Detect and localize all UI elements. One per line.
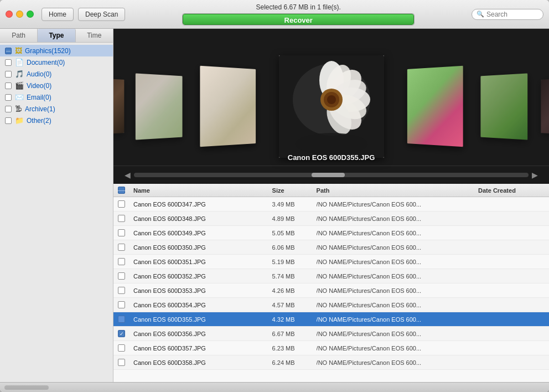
file-name: Canon EOS 600D357.JPG <box>133 345 272 352</box>
table-row[interactable]: Canon EOS 600D356.JPG 6.67 MB /NO NAME/P… <box>113 327 549 341</box>
tab-time[interactable]: Time <box>76 29 113 42</box>
file-path: /NO NAME/Pictures/Canon EOS 600... <box>317 287 478 294</box>
file-checkbox[interactable] <box>118 330 125 337</box>
file-checkbox[interactable] <box>118 359 125 366</box>
file-path: /NO NAME/Pictures/Canon EOS 600... <box>317 230 478 236</box>
file-checkbox[interactable] <box>118 258 125 265</box>
table-row[interactable]: Canon EOS 600D352.JPG 5.74 MB /NO NAME/P… <box>113 269 549 283</box>
bottom-scrollbar[interactable] <box>4 385 49 390</box>
file-checkbox[interactable] <box>118 215 125 222</box>
checkbox-archive[interactable] <box>5 106 12 112</box>
table-row[interactable]: Canon EOS 600D357.JPG 6.23 MB /NO NAME/P… <box>113 341 549 355</box>
carousel-item-far-left[interactable] <box>113 78 124 135</box>
sidebar-label-audio: Audio(0) <box>27 70 51 78</box>
audio-icon: 🎵 <box>15 70 24 78</box>
table-row[interactable]: Canon EOS 600D350.JPG 6.06 MB /NO NAME/P… <box>113 240 549 255</box>
maximize-button[interactable] <box>27 11 34 18</box>
file-path: /NO NAME/Pictures/Canon EOS 600... <box>317 345 478 352</box>
svg-point-13 <box>296 133 367 155</box>
checkbox-audio[interactable] <box>5 71 12 78</box>
sidebar-item-archive[interactable]: 🗜 Archive(1) <box>0 103 113 115</box>
carousel-item-right2[interactable] <box>480 73 527 140</box>
home-button[interactable]: Home <box>42 8 74 21</box>
carousel-item-center[interactable] <box>279 55 384 158</box>
table-row[interactable]: Canon EOS 600D348.JPG 4.89 MB /NO NAME/P… <box>113 212 549 226</box>
recover-button-wrap: Recover <box>182 13 415 25</box>
close-button[interactable] <box>6 11 13 18</box>
minimize-button[interactable] <box>16 11 23 18</box>
table-row[interactable]: Canon EOS 600D354.JPG 4.57 MB /NO NAME/P… <box>113 298 549 312</box>
file-size: 6.23 MB <box>272 345 317 352</box>
file-size: 3.49 MB <box>272 201 317 208</box>
sidebar-list: 🖼 Graphics(1520) 📄 Document(0) 🎵 Audio(0… <box>0 43 113 382</box>
file-checkbox[interactable] <box>118 301 125 308</box>
sidebar-item-audio[interactable]: 🎵 Audio(0) <box>0 68 113 80</box>
sidebar-label-video: Video(0) <box>27 82 51 90</box>
file-checkbox[interactable] <box>118 344 125 352</box>
table-row[interactable]: Canon EOS 600D358.JPG 6.24 MB /NO NAME/P… <box>113 355 549 370</box>
scroll-thumb[interactable] <box>312 173 345 177</box>
preview-filename: Canon EOS 600D355.JPG <box>288 153 375 162</box>
file-name: Canon EOS 600D353.JPG <box>133 287 272 294</box>
preview-area: Canon EOS 600D355.JPG ◀ ▶ <box>113 29 549 184</box>
sidebar-label-document: Document(0) <box>27 59 65 66</box>
file-path: /NO NAME/Pictures/Canon EOS 600... <box>317 259 478 265</box>
file-checkbox[interactable] <box>118 200 125 208</box>
sidebar-label-email: Email(0) <box>27 94 51 101</box>
file-checkbox[interactable] <box>118 316 125 323</box>
status-text: Selected 6.67 MB in 1 file(s). <box>256 3 340 11</box>
scroll-track[interactable] <box>134 173 529 177</box>
file-size: 6.67 MB <box>272 331 317 337</box>
file-list-body[interactable]: Canon EOS 600D347.JPG 3.49 MB /NO NAME/P… <box>113 197 549 382</box>
titlebar: Home Deep Scan Selected 6.67 MB in 1 fil… <box>0 0 549 29</box>
table-row[interactable]: Canon EOS 600D349.JPG 5.05 MB /NO NAME/P… <box>113 226 549 240</box>
file-checkbox[interactable] <box>118 229 125 236</box>
file-path: /NO NAME/Pictures/Canon EOS 600... <box>317 316 478 323</box>
tab-type[interactable]: Type <box>38 29 75 42</box>
file-name: Canon EOS 600D354.JPG <box>133 302 272 308</box>
file-check-wrap <box>118 200 133 208</box>
search-icon: 🔍 <box>477 11 484 18</box>
file-check-wrap <box>118 287 133 294</box>
checkbox-other[interactable] <box>5 117 12 124</box>
scroll-left-arrow[interactable]: ◀ <box>125 171 131 179</box>
scroll-right-arrow[interactable]: ▶ <box>532 171 538 179</box>
email-icon: ✉️ <box>15 93 24 101</box>
sidebar-item-email[interactable]: ✉️ Email(0) <box>0 91 113 103</box>
table-row[interactable]: Canon EOS 600D347.JPG 3.49 MB /NO NAME/P… <box>113 197 549 212</box>
video-icon: 🎬 <box>15 81 24 90</box>
tab-path[interactable]: Path <box>0 29 38 42</box>
checkbox-document[interactable] <box>5 59 12 66</box>
file-size: 5.74 MB <box>272 273 317 280</box>
checkbox-video[interactable] <box>5 82 12 89</box>
sidebar-tabs: Path Type Time <box>0 29 113 43</box>
file-check-wrap <box>118 244 133 251</box>
sidebar-item-other[interactable]: 📁 Other(2) <box>0 115 113 126</box>
search-box[interactable]: 🔍 <box>472 9 543 20</box>
document-icon: 📄 <box>15 58 24 66</box>
sidebar-item-video[interactable]: 🎬 Video(0) <box>0 80 113 91</box>
search-input[interactable] <box>486 11 542 18</box>
file-checkbox[interactable] <box>118 287 125 294</box>
checkbox-graphics[interactable] <box>5 48 12 54</box>
file-checkbox[interactable] <box>118 272 125 280</box>
select-all-checkbox[interactable]: — <box>118 187 125 194</box>
table-row[interactable]: Canon EOS 600D351.JPG 5.19 MB /NO NAME/P… <box>113 255 549 269</box>
sidebar-item-graphics[interactable]: 🖼 Graphics(1520) <box>0 45 113 56</box>
window-controls <box>6 11 34 18</box>
carousel-item-left2[interactable] <box>135 73 182 140</box>
carousel-item-left1[interactable] <box>200 66 256 147</box>
table-row[interactable]: Canon EOS 600D353.JPG 4.26 MB /NO NAME/P… <box>113 283 549 298</box>
deepscan-button[interactable]: Deep Scan <box>78 8 125 21</box>
file-size: 6.24 MB <box>272 359 317 366</box>
checkbox-email[interactable] <box>5 94 12 101</box>
carousel-item-right1[interactable] <box>407 66 463 147</box>
recover-button[interactable]: Recover <box>183 14 414 25</box>
sidebar-item-document[interactable]: 📄 Document(0) <box>0 56 113 68</box>
carousel-item-far-right[interactable] <box>541 78 549 135</box>
main-area: Path Type Time 🖼 Graphics(1520) 📄 Docume… <box>0 29 549 382</box>
sidebar-label-other: Other(2) <box>27 117 51 125</box>
file-checkbox[interactable] <box>118 244 125 251</box>
sidebar: Path Type Time 🖼 Graphics(1520) 📄 Docume… <box>0 29 113 382</box>
table-row[interactable]: Canon EOS 600D355.JPG 4.32 MB /NO NAME/P… <box>113 312 549 327</box>
